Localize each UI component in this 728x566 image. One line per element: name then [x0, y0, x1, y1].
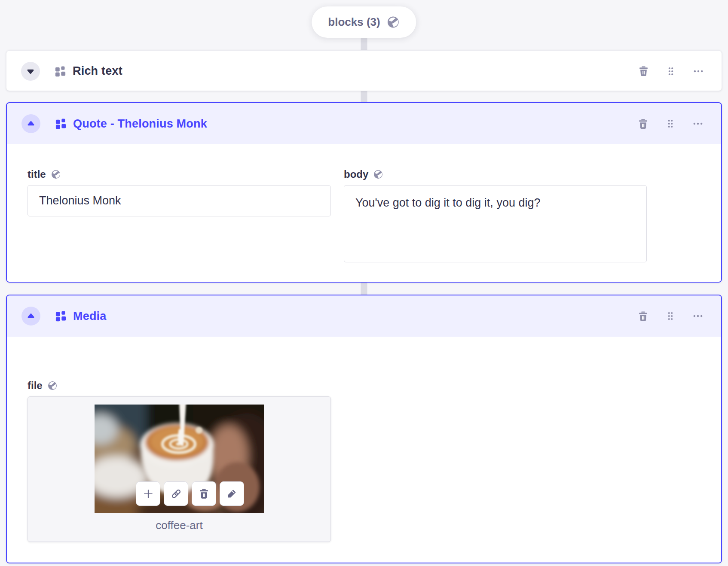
chevron-up-icon	[25, 118, 37, 129]
dynamic-zone-label: blocks (3)	[328, 15, 380, 29]
link-icon	[170, 488, 182, 500]
pencil-icon	[226, 488, 238, 499]
body-textarea[interactable]: You've got to dig it to dig it, you dig?	[344, 185, 647, 262]
field-label: title	[28, 168, 46, 180]
collapse-toggle-button[interactable]	[21, 114, 40, 133]
block-media-body: file	[7, 337, 721, 563]
delete-block-button[interactable]	[637, 118, 649, 130]
trash-icon	[198, 488, 210, 499]
block-rich-text-header[interactable]: Rich text	[6, 51, 722, 91]
globe-icon	[51, 169, 61, 180]
globe-icon	[47, 380, 58, 391]
ellipsis-icon	[692, 65, 704, 77]
ellipsis-icon	[692, 310, 704, 322]
drag-dots-icon	[665, 310, 676, 322]
chevron-down-icon	[25, 66, 36, 77]
delete-media-button[interactable]	[192, 481, 216, 506]
trash-icon	[637, 118, 649, 130]
field-body: body You've got to dig it to dig it, you…	[344, 168, 647, 262]
block-quote: Quote - Thelonius Monk	[6, 102, 722, 283]
field-label: body	[344, 168, 368, 180]
copy-link-button[interactable]	[164, 481, 188, 506]
add-media-button[interactable]	[136, 481, 160, 506]
more-options-button[interactable]	[692, 310, 704, 322]
media-carousel-card: coffee-art	[28, 396, 331, 542]
component-blocks-icon	[55, 310, 67, 322]
block-title: Quote - Thelonius Monk	[73, 117, 207, 131]
block-media: Media	[6, 295, 722, 563]
expand-toggle-button[interactable]	[21, 62, 40, 81]
field-label: file	[28, 380, 43, 392]
field-file: file	[28, 380, 700, 542]
chevron-up-icon	[25, 310, 37, 322]
block-media-header[interactable]: Media	[7, 295, 721, 337]
edit-media-button[interactable]	[220, 481, 244, 506]
component-blocks-icon	[55, 118, 67, 130]
media-filename: coffee-art	[156, 519, 202, 532]
field-title: title	[28, 168, 331, 216]
collapse-toggle-button[interactable]	[21, 307, 40, 326]
drag-handle[interactable]	[665, 65, 677, 77]
block-quote-body: title body	[7, 144, 721, 282]
drag-handle[interactable]	[664, 310, 676, 322]
block-title: Media	[73, 310, 107, 323]
plus-icon	[142, 488, 154, 500]
ellipsis-icon	[692, 118, 704, 130]
globe-icon	[373, 169, 383, 180]
media-actions-toolbar	[136, 481, 244, 506]
media-preview	[95, 405, 264, 513]
more-options-button[interactable]	[692, 65, 704, 77]
trash-icon	[638, 65, 649, 77]
block-title: Rich text	[73, 64, 122, 78]
delete-block-button[interactable]	[637, 310, 649, 322]
block-rich-text: Rich text	[6, 50, 722, 91]
drag-dots-icon	[665, 66, 676, 77]
dynamic-zone-pill[interactable]: blocks (3)	[312, 6, 416, 38]
more-options-button[interactable]	[692, 118, 704, 130]
delete-block-button[interactable]	[637, 65, 649, 77]
drag-dots-icon	[665, 118, 676, 129]
title-input[interactable]	[28, 185, 331, 216]
trash-icon	[637, 310, 649, 322]
drag-handle[interactable]	[664, 118, 676, 130]
component-blocks-icon	[54, 65, 66, 77]
block-quote-header[interactable]: Quote - Thelonius Monk	[7, 103, 721, 144]
globe-icon	[387, 15, 400, 29]
